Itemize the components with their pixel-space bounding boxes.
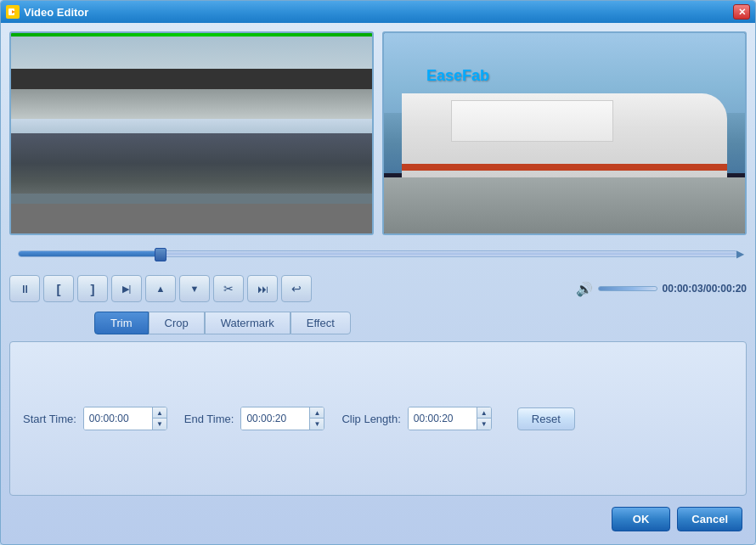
clip-length-group: Clip Length: ▲ ▼ [341,407,491,430]
start-time-input-wrapper: ▲ ▼ [83,407,167,430]
start-time-spinners: ▲ ▼ [152,407,166,430]
time-display: 00:00:03/00:00:20 [663,283,747,295]
tab-trim[interactable]: Trim [94,312,149,334]
rv-ship-stripe [402,164,727,171]
end-time-up[interactable]: ▲ [310,407,324,419]
lv-sky [11,33,372,73]
mark-in-button[interactable]: [ [43,275,74,302]
timeline-track[interactable] [18,250,738,257]
step-forward-button[interactable]: ▶| [111,275,142,302]
lv-reflection [11,133,372,194]
start-time-group: Start Time: ▲ ▼ [23,407,167,430]
close-button[interactable]: ✕ [733,4,750,20]
start-time-input[interactable] [84,407,152,430]
clip-length-up[interactable]: ▲ [477,407,491,419]
tabs-area: Trim Crop Watermark Effect [9,312,747,334]
video-editor-window: Video Editor ✕ [0,0,756,545]
start-time-label: Start Time: [23,413,76,425]
left-video-content [11,33,372,233]
window-title: Video Editor [24,6,733,19]
trim-panel: Start Time: ▲ ▼ End Time: ▲ ▼ [9,341,747,496]
end-time-input[interactable] [241,407,309,430]
start-time-up[interactable]: ▲ [153,407,166,419]
lv-road [11,69,372,89]
end-time-label: End Time: [184,413,234,425]
watermark-text: EaseFab [426,67,489,85]
lv-mid [11,89,372,119]
timeline-area: ▶ [9,242,747,266]
ok-button[interactable]: OK [612,507,671,531]
end-time-group: End Time: ▲ ▼ [184,407,325,430]
reset-button[interactable]: Reset [517,407,575,430]
clip-length-down[interactable]: ▼ [477,419,491,430]
undo-button[interactable]: ↩ [281,275,312,302]
volume-slider[interactable] [598,286,657,291]
clip-length-spinners: ▲ ▼ [477,407,491,430]
title-bar: Video Editor ✕ [1,1,755,23]
tab-crop[interactable]: Crop [149,312,205,334]
bottom-buttons: OK Cancel [9,503,747,536]
rv-ship-cabin [451,100,613,143]
timeline-progress [19,251,155,256]
volume-area: 🔊 00:00:03/00:00:20 [576,281,747,297]
cancel-button[interactable]: Cancel [677,507,742,531]
tab-watermark[interactable]: Watermark [205,312,291,334]
main-content: EaseFab ▶ ⏸ [ ] ▶| ▲ ▼ ✂ ⏭ ↩ 🔊 [1,23,755,544]
left-preview-panel [9,31,374,235]
green-bar [11,33,372,37]
start-time-down[interactable]: ▼ [153,419,166,430]
lv-bottom [11,204,372,233]
cut-button[interactable]: ✂ [213,275,244,302]
vol-up-button[interactable]: ▲ [145,275,176,302]
clip-length-label: Clip Length: [341,413,400,425]
vol-down-button[interactable]: ▼ [179,275,210,302]
tab-effect[interactable]: Effect [291,312,351,334]
rv-ship [402,93,727,177]
clip-length-input[interactable] [409,407,477,430]
rv-pier [384,177,745,233]
mark-out-button[interactable]: ] [77,275,108,302]
skip-end-button[interactable]: ⏭ [247,275,278,302]
clip-length-input-wrapper: ▲ ▼ [408,407,492,430]
pause-button[interactable]: ⏸ [9,275,40,302]
app-icon [6,5,20,19]
end-time-input-wrapper: ▲ ▼ [240,407,324,430]
transport-controls: ⏸ [ ] ▶| ▲ ▼ ✂ ⏭ ↩ 🔊 00:00:03/00:00:20 [9,272,747,305]
right-video-content: EaseFab [384,33,745,233]
preview-area: EaseFab [9,31,747,235]
volume-icon: 🔊 [576,281,593,297]
right-preview-panel: EaseFab [382,31,747,235]
end-time-spinners: ▲ ▼ [309,407,324,430]
timeline-handle[interactable] [155,248,166,261]
timeline-arrow[interactable]: ▶ [733,247,747,261]
end-time-down[interactable]: ▼ [310,419,324,430]
